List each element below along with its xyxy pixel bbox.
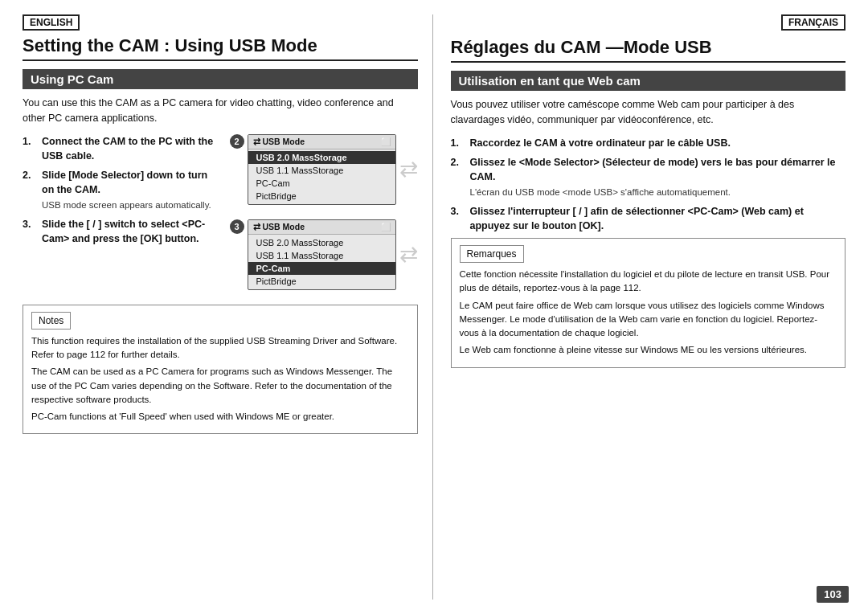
note-3-right: Le Web cam fonctionne à pleine vitesse s… [460, 343, 837, 357]
intro-left: You can use this the CAM as a PC camera … [23, 96, 418, 126]
usb-screen-1: ⇄ USB Mode ⬜ USB 2.0 MassStorage USB 1.1… [248, 134, 396, 205]
menu-item-1-2: USB 2.0 MassStorage [248, 236, 395, 249]
menu-item-3-1: PC-Cam [248, 177, 395, 190]
menu-item-4-2: PictBridge [248, 275, 395, 288]
usb-transfer-arrow-2: ⇄ [399, 241, 418, 268]
step-3-left: 3. Slide the [ / ] switch to select <PC-… [23, 217, 222, 246]
left-column: ENGLISH Setting the CAM : Using USB Mode… [23, 14, 433, 600]
screen-num-1: 2 [230, 134, 244, 149]
menu-item-2-2: USB 1.1 MassStorage [248, 249, 395, 262]
usb-icon-1: ⇄ [253, 137, 260, 147]
menu-item-selected-2: PC-Cam [248, 262, 395, 275]
menu-item-selected-1: USB 2.0 MassStorage [248, 151, 395, 164]
steps-screens-left: 1. Connect the CAM to the PC with the US… [23, 134, 418, 297]
right-column: FRANÇAIS Réglages du CAM —Mode USB Utili… [433, 14, 846, 600]
intro-right: Vous pouvez utiliser votre caméscope com… [451, 97, 846, 128]
usb-icon-2: ⇄ [253, 222, 260, 232]
lang-badge-right: FRANÇAIS [781, 14, 845, 31]
screen-num-2: 3 [230, 219, 244, 234]
screen-row-2: 3 ⇄ USB Mode ⬜ USB 2.0 MassSt [230, 219, 418, 290]
notes-box-left: Notes This function requires the install… [23, 305, 418, 435]
lang-row-right: FRANÇAIS [451, 14, 846, 34]
usb-screens-left: 2 ⇄ USB Mode ⬜ USB 2.0 MassSt [230, 134, 418, 297]
step-2-right: 2. Glissez le <Mode Selector> (Sélecteur… [451, 155, 846, 199]
main-title-right: Réglages du CAM —Mode USB [451, 37, 846, 63]
usb-transfer-arrow-1: ⇄ [399, 156, 418, 182]
notes-label-right: Remarques [460, 245, 524, 263]
note-1-right: Cette fonction nécessite l'installation … [460, 268, 837, 296]
note-3-left: PC-Cam functions at 'Full Speed' when us… [31, 410, 409, 424]
screen-indicator-2: ⬜ [381, 223, 391, 231]
usb-screen-2: ⇄ USB Mode ⬜ USB 2.0 MassStorage USB 1.1… [248, 219, 396, 290]
notes-label-left: Notes [31, 312, 71, 330]
steps-list-right: 1. Raccordez le CAM à votre ordinateur p… [451, 136, 846, 233]
lang-badge-left: ENGLISH [23, 14, 80, 31]
screen-row-1: 2 ⇄ USB Mode ⬜ USB 2.0 MassSt [230, 134, 418, 205]
note-1-left: This function requires the installation … [31, 334, 409, 362]
note-2-right: Le CAM peut faire office de Web cam lors… [460, 299, 837, 341]
step-2-left: 2. Slide [Mode Selector] down to turn on… [23, 168, 222, 212]
section-heading-right: Utilisation en tant que Web cam [451, 71, 846, 91]
main-title-left: Setting the CAM : Using USB Mode [23, 35, 418, 61]
menu-item-2-1: USB 1.1 MassStorage [248, 164, 395, 177]
step-1-right: 1. Raccordez le CAM à votre ordinateur p… [451, 136, 846, 150]
step-1-left: 1. Connect the CAM to the PC with the US… [23, 134, 222, 163]
steps-list-left: 1. Connect the CAM to the PC with the US… [23, 134, 222, 246]
note-2-left: The CAM can be used as a PC Camera for p… [31, 365, 409, 407]
step-3-right: 3. Glissez l'interrupteur [ / ] afin de … [451, 204, 846, 233]
menu-item-4-1: PictBridge [248, 190, 395, 203]
section-heading-left: Using PC Cam [23, 69, 418, 89]
page-number: 103 [817, 586, 849, 603]
notes-box-right: Remarques Cette fonction nécessite l'ins… [451, 238, 846, 368]
screen-indicator-1: ⬜ [381, 137, 391, 146]
steps-col-left: 1. Connect the CAM to the PC with the US… [23, 134, 222, 251]
